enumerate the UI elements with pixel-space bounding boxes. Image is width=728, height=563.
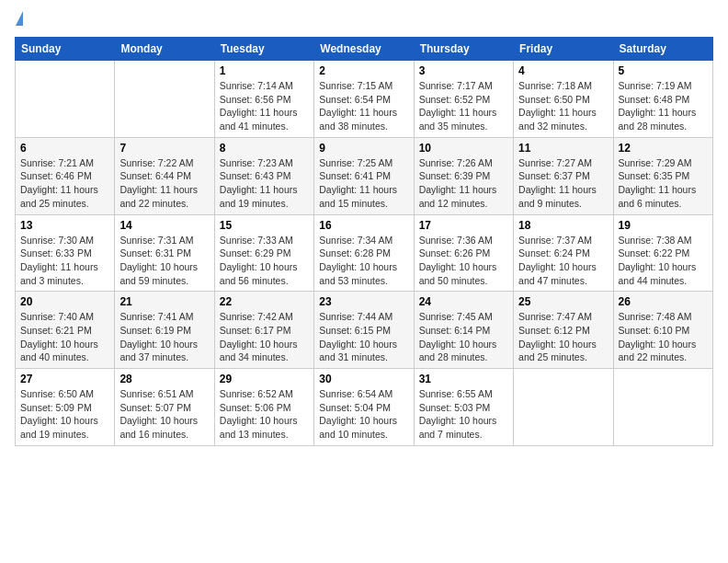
day-number: 9 <box>319 142 408 155</box>
day-info: Sunrise: 7:14 AM Sunset: 6:56 PM Dayligh… <box>220 79 309 133</box>
calendar-cell: 25Sunrise: 7:47 AM Sunset: 6:12 PM Dayli… <box>514 292 613 369</box>
day-info: Sunrise: 6:54 AM Sunset: 5:04 PM Dayligh… <box>319 387 408 442</box>
calendar-week-row: 20Sunrise: 7:40 AM Sunset: 6:21 PM Dayli… <box>16 292 713 369</box>
day-info: Sunrise: 7:18 AM Sunset: 6:50 PM Dayligh… <box>518 79 608 133</box>
day-info: Sunrise: 7:47 AM Sunset: 6:12 PM Dayligh… <box>518 310 608 364</box>
calendar-cell <box>514 369 613 446</box>
day-number: 11 <box>518 142 608 155</box>
day-info: Sunrise: 7:21 AM Sunset: 6:46 PM Dayligh… <box>20 156 109 211</box>
calendar-cell: 5Sunrise: 7:19 AM Sunset: 6:48 PM Daylig… <box>613 61 712 138</box>
day-info: Sunrise: 7:37 AM Sunset: 6:24 PM Dayligh… <box>518 234 608 288</box>
calendar-cell: 8Sunrise: 7:23 AM Sunset: 6:43 PM Daylig… <box>214 137 313 214</box>
weekday-header: Tuesday <box>214 38 313 61</box>
weekday-header: Monday <box>115 38 214 61</box>
day-info: Sunrise: 7:30 AM Sunset: 6:33 PM Dayligh… <box>20 234 109 288</box>
calendar-cell: 17Sunrise: 7:36 AM Sunset: 6:26 PM Dayli… <box>414 214 513 292</box>
day-number: 19 <box>619 219 708 232</box>
day-number: 20 <box>20 295 109 308</box>
day-info: Sunrise: 7:23 AM Sunset: 6:43 PM Dayligh… <box>220 156 309 211</box>
calendar-cell <box>613 369 712 446</box>
calendar-cell: 23Sunrise: 7:44 AM Sunset: 6:15 PM Dayli… <box>314 292 414 369</box>
calendar-cell: 26Sunrise: 7:48 AM Sunset: 6:10 PM Dayli… <box>613 292 712 369</box>
day-info: Sunrise: 7:48 AM Sunset: 6:10 PM Dayligh… <box>619 310 708 364</box>
calendar-cell: 24Sunrise: 7:45 AM Sunset: 6:14 PM Dayli… <box>414 292 513 369</box>
weekday-row: SundayMondayTuesdayWednesdayThursdayFrid… <box>16 38 713 61</box>
day-info: Sunrise: 7:19 AM Sunset: 6:48 PM Dayligh… <box>619 79 708 133</box>
day-number: 2 <box>319 64 408 77</box>
day-number: 13 <box>20 219 109 232</box>
calendar-cell <box>115 61 214 138</box>
calendar-cell: 22Sunrise: 7:42 AM Sunset: 6:17 PM Dayli… <box>214 292 313 369</box>
calendar-table: SundayMondayTuesdayWednesdayThursdayFrid… <box>15 37 713 446</box>
day-number: 15 <box>220 219 309 232</box>
day-number: 25 <box>518 295 608 308</box>
day-number: 26 <box>619 295 708 308</box>
calendar-body: 1Sunrise: 7:14 AM Sunset: 6:56 PM Daylig… <box>16 61 713 446</box>
day-number: 29 <box>220 373 309 385</box>
weekday-header: Wednesday <box>314 38 414 61</box>
day-number: 27 <box>20 373 109 385</box>
calendar-cell <box>16 61 115 138</box>
calendar-cell: 27Sunrise: 6:50 AM Sunset: 5:09 PM Dayli… <box>16 369 115 446</box>
calendar-week-row: 27Sunrise: 6:50 AM Sunset: 5:09 PM Dayli… <box>16 369 713 446</box>
day-number: 8 <box>220 142 309 155</box>
calendar-cell: 7Sunrise: 7:22 AM Sunset: 6:44 PM Daylig… <box>115 137 214 214</box>
calendar-cell: 1Sunrise: 7:14 AM Sunset: 6:56 PM Daylig… <box>214 61 313 138</box>
logo-triangle-icon <box>16 11 23 26</box>
day-info: Sunrise: 7:22 AM Sunset: 6:44 PM Dayligh… <box>119 156 209 211</box>
day-info: Sunrise: 7:17 AM Sunset: 6:52 PM Dayligh… <box>419 79 508 133</box>
day-info: Sunrise: 6:52 AM Sunset: 5:06 PM Dayligh… <box>220 387 309 442</box>
day-number: 5 <box>619 64 708 77</box>
calendar-cell: 10Sunrise: 7:26 AM Sunset: 6:39 PM Dayli… <box>414 137 513 214</box>
weekday-header: Friday <box>514 38 613 61</box>
day-info: Sunrise: 7:25 AM Sunset: 6:41 PM Dayligh… <box>319 156 408 211</box>
day-info: Sunrise: 6:50 AM Sunset: 5:09 PM Dayligh… <box>20 387 109 442</box>
day-number: 7 <box>119 142 209 155</box>
day-number: 4 <box>518 64 608 77</box>
calendar-cell: 13Sunrise: 7:30 AM Sunset: 6:33 PM Dayli… <box>16 214 115 292</box>
day-number: 12 <box>619 142 708 155</box>
calendar-cell: 11Sunrise: 7:27 AM Sunset: 6:37 PM Dayli… <box>514 137 613 214</box>
day-number: 31 <box>419 373 508 385</box>
weekday-header: Sunday <box>16 38 115 61</box>
day-info: Sunrise: 7:29 AM Sunset: 6:35 PM Dayligh… <box>619 156 708 211</box>
day-number: 18 <box>518 219 608 232</box>
calendar-cell: 19Sunrise: 7:38 AM Sunset: 6:22 PM Dayli… <box>613 214 712 292</box>
day-info: Sunrise: 7:38 AM Sunset: 6:22 PM Dayligh… <box>619 234 708 288</box>
day-info: Sunrise: 7:41 AM Sunset: 6:19 PM Dayligh… <box>119 310 209 364</box>
calendar-cell: 14Sunrise: 7:31 AM Sunset: 6:31 PM Dayli… <box>115 214 214 292</box>
calendar-cell: 3Sunrise: 7:17 AM Sunset: 6:52 PM Daylig… <box>414 61 513 138</box>
day-number: 1 <box>220 64 309 77</box>
day-number: 23 <box>319 295 408 308</box>
calendar-cell: 4Sunrise: 7:18 AM Sunset: 6:50 PM Daylig… <box>514 61 613 138</box>
day-number: 17 <box>419 219 508 232</box>
day-info: Sunrise: 7:15 AM Sunset: 6:54 PM Dayligh… <box>319 79 408 133</box>
day-info: Sunrise: 7:33 AM Sunset: 6:29 PM Dayligh… <box>220 234 309 288</box>
day-info: Sunrise: 7:44 AM Sunset: 6:15 PM Dayligh… <box>319 310 408 364</box>
day-number: 24 <box>419 295 508 308</box>
day-info: Sunrise: 6:55 AM Sunset: 5:03 PM Dayligh… <box>419 387 508 442</box>
calendar-cell: 21Sunrise: 7:41 AM Sunset: 6:19 PM Dayli… <box>115 292 214 369</box>
calendar-cell: 16Sunrise: 7:34 AM Sunset: 6:28 PM Dayli… <box>314 214 414 292</box>
calendar-cell: 2Sunrise: 7:15 AM Sunset: 6:54 PM Daylig… <box>314 61 414 138</box>
logo <box>15 15 23 26</box>
calendar-cell: 18Sunrise: 7:37 AM Sunset: 6:24 PM Dayli… <box>514 214 613 292</box>
calendar-cell: 31Sunrise: 6:55 AM Sunset: 5:03 PM Dayli… <box>414 369 513 446</box>
day-number: 30 <box>319 373 408 385</box>
day-info: Sunrise: 7:45 AM Sunset: 6:14 PM Dayligh… <box>419 310 508 364</box>
day-number: 28 <box>119 373 209 385</box>
day-number: 10 <box>419 142 508 155</box>
day-number: 22 <box>220 295 309 308</box>
day-info: Sunrise: 7:34 AM Sunset: 6:28 PM Dayligh… <box>319 234 408 288</box>
day-info: Sunrise: 7:36 AM Sunset: 6:26 PM Dayligh… <box>419 234 508 288</box>
day-number: 16 <box>319 219 408 232</box>
calendar-week-row: 6Sunrise: 7:21 AM Sunset: 6:46 PM Daylig… <box>16 137 713 214</box>
weekday-header: Saturday <box>613 38 712 61</box>
day-info: Sunrise: 6:51 AM Sunset: 5:07 PM Dayligh… <box>119 387 209 442</box>
calendar-cell: 28Sunrise: 6:51 AM Sunset: 5:07 PM Dayli… <box>115 369 214 446</box>
day-number: 3 <box>419 64 508 77</box>
day-info: Sunrise: 7:31 AM Sunset: 6:31 PM Dayligh… <box>119 234 209 288</box>
calendar-cell: 20Sunrise: 7:40 AM Sunset: 6:21 PM Dayli… <box>16 292 115 369</box>
page-header <box>15 15 713 26</box>
calendar-week-row: 13Sunrise: 7:30 AM Sunset: 6:33 PM Dayli… <box>16 214 713 292</box>
